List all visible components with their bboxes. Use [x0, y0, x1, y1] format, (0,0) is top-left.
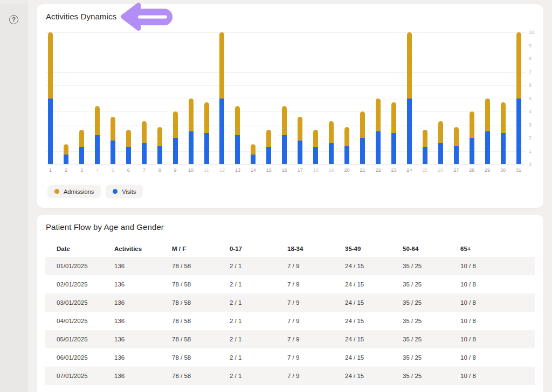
legend-item-visits[interactable]: Visits [106, 185, 143, 198]
bar-segment-visits-day-30[interactable] [501, 133, 506, 164]
bar-segment-admissions-day-15[interactable] [266, 130, 271, 147]
help-icon[interactable]: ? [9, 15, 18, 24]
table-cell: 136 [103, 299, 161, 306]
table-cell: 10 / 8 [449, 373, 535, 379]
x-axis-label-day-25: 25 [419, 167, 431, 173]
y-axis-label: 4 [529, 109, 539, 114]
y-axis-label: 3 [529, 122, 539, 128]
bar-segment-visits-day-5[interactable] [111, 141, 115, 164]
bar-segment-admissions-day-16[interactable] [282, 106, 287, 135]
bar-segment-admissions-day-19[interactable] [329, 121, 334, 143]
column-header: 35-49 [334, 246, 391, 252]
bar-segment-admissions-day-28[interactable] [470, 111, 474, 138]
bar-segment-visits-day-17[interactable] [298, 141, 302, 164]
bar-segment-visits-day-2[interactable] [64, 155, 68, 164]
table-cell: 35 / 25 [391, 336, 449, 342]
y-axis-label: 9 [529, 43, 539, 48]
bar-segment-admissions-day-17[interactable] [298, 117, 302, 141]
bar-segment-visits-day-1[interactable] [48, 99, 53, 165]
bar-segment-visits-day-28[interactable] [470, 138, 474, 164]
bar-segment-admissions-day-25[interactable] [423, 130, 427, 147]
bar-segment-visits-day-24[interactable] [407, 99, 412, 165]
column-header: 50-64 [391, 246, 449, 252]
bar-segment-admissions-day-24[interactable] [407, 32, 412, 99]
bar-segment-visits-day-11[interactable] [204, 133, 209, 164]
bar-segment-visits-day-9[interactable] [173, 138, 178, 164]
bar-segment-admissions-day-21[interactable] [360, 111, 365, 138]
bar-segment-admissions-day-14[interactable] [251, 144, 256, 154]
bar-segment-admissions-day-26[interactable] [438, 121, 443, 143]
bar-segment-admissions-day-13[interactable] [235, 106, 240, 135]
bar-segment-admissions-day-11[interactable] [204, 102, 209, 134]
bar-segment-admissions-day-8[interactable] [157, 127, 162, 145]
bar-segment-visits-day-16[interactable] [282, 135, 287, 164]
table-cell: 2 / 1 [218, 354, 276, 361]
gridline [46, 46, 526, 46]
table-cell: 24 / 15 [334, 263, 391, 269]
x-axis-label-day-28: 28 [466, 167, 478, 173]
bar-segment-admissions-day-6[interactable] [126, 130, 131, 147]
bar-segment-visits-day-3[interactable] [79, 147, 84, 164]
bar-segment-admissions-day-22[interactable] [376, 99, 381, 131]
bar-segment-visits-day-12[interactable] [219, 99, 224, 165]
legend-label: Admissions [64, 188, 94, 195]
table-cell: 7 / 9 [276, 318, 334, 324]
bar-segment-visits-day-7[interactable] [142, 143, 147, 164]
bar-segment-visits-day-13[interactable] [235, 135, 240, 164]
bar-segment-visits-day-25[interactable] [423, 147, 427, 164]
table-cell: 10 / 8 [449, 281, 535, 288]
x-axis-label-day-10: 10 [185, 167, 197, 173]
table-row: 07/01/202513678 / 582 / 17 / 924 / 1535 … [45, 367, 535, 385]
bar-segment-visits-day-14[interactable] [251, 155, 256, 164]
bar-segment-visits-day-31[interactable] [516, 99, 521, 165]
table-cell: 136 [103, 336, 161, 342]
table-cell: 10 / 8 [449, 336, 535, 342]
bar-segment-visits-day-27[interactable] [454, 146, 459, 164]
x-axis-label-day-22: 22 [372, 167, 384, 173]
admissions-dot-icon [54, 189, 59, 194]
bar-segment-visits-day-21[interactable] [360, 138, 365, 164]
bar-segment-visits-day-19[interactable] [329, 143, 334, 164]
bar-segment-visits-day-26[interactable] [438, 143, 443, 164]
x-axis-label-day-31: 31 [513, 167, 525, 173]
table-cell: 78 / 58 [161, 373, 218, 379]
table-cell: 78 / 58 [161, 281, 218, 288]
x-axis-label-day-24: 24 [403, 167, 415, 173]
bar-segment-admissions-day-5[interactable] [111, 117, 115, 141]
bar-segment-visits-day-29[interactable] [485, 131, 490, 164]
bar-segment-visits-day-4[interactable] [95, 135, 100, 164]
bar-segment-admissions-day-1[interactable] [48, 32, 53, 99]
bar-segment-admissions-day-9[interactable] [173, 111, 178, 138]
bar-segment-visits-day-10[interactable] [189, 131, 194, 164]
bar-segment-visits-day-15[interactable] [266, 147, 271, 164]
bar-segment-admissions-day-4[interactable] [95, 106, 100, 135]
x-axis-label-day-27: 27 [450, 167, 462, 173]
table-row: 06/01/202513678 / 582 / 17 / 924 / 1535 … [45, 348, 535, 367]
bar-segment-visits-day-20[interactable] [344, 146, 349, 164]
gridline [46, 85, 526, 86]
bar-segment-admissions-day-27[interactable] [454, 127, 459, 145]
bar-segment-admissions-day-29[interactable] [485, 99, 490, 131]
x-axis-label-day-11: 11 [201, 167, 212, 173]
bar-segment-visits-day-6[interactable] [126, 147, 131, 164]
table-cell: 2 / 1 [218, 263, 276, 269]
table-cell: 04/01/2025 [45, 318, 103, 324]
x-axis-label-day-17: 17 [294, 167, 306, 173]
bar-segment-admissions-day-23[interactable] [391, 102, 396, 134]
bar-segment-visits-day-8[interactable] [157, 146, 162, 164]
bar-segment-admissions-day-10[interactable] [189, 99, 194, 131]
bar-segment-admissions-day-30[interactable] [501, 102, 506, 134]
bar-segment-visits-day-18[interactable] [313, 147, 318, 164]
bar-segment-admissions-day-31[interactable] [516, 32, 521, 99]
bar-segment-admissions-day-7[interactable] [142, 121, 147, 143]
bar-segment-visits-day-23[interactable] [391, 133, 396, 164]
bar-segment-admissions-day-20[interactable] [344, 127, 349, 145]
x-axis-label-day-21: 21 [357, 167, 369, 173]
bar-segment-admissions-day-3[interactable] [79, 130, 84, 147]
bar-segment-visits-day-22[interactable] [376, 131, 381, 164]
bar-segment-admissions-day-2[interactable] [64, 144, 68, 154]
table-cell: 24 / 15 [334, 281, 391, 288]
bar-segment-admissions-day-12[interactable] [219, 32, 224, 99]
legend-item-admissions[interactable]: Admissions [47, 185, 101, 198]
bar-segment-admissions-day-18[interactable] [313, 130, 318, 147]
